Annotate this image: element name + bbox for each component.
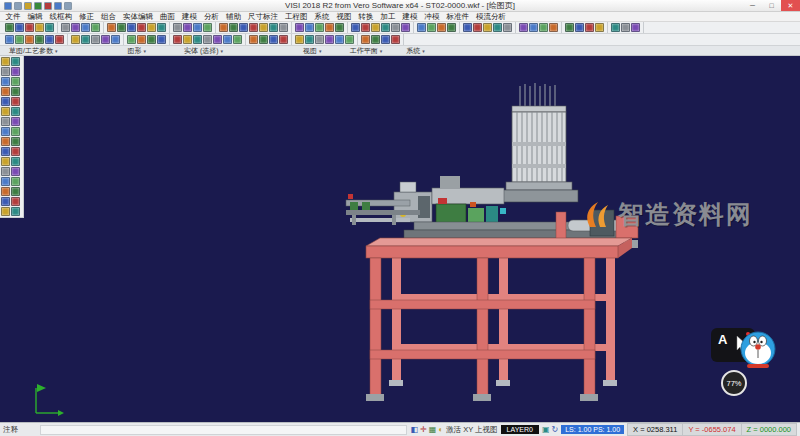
menu-item[interactable]: 冲模: [421, 12, 443, 22]
toolbar-icon[interactable]: [183, 23, 192, 32]
toolbar-icon[interactable]: [427, 23, 436, 32]
menu-item[interactable]: 建模: [179, 12, 201, 22]
units-icon[interactable]: ▣: [542, 426, 550, 434]
sidebar-tool-icon[interactable]: [11, 147, 20, 156]
menu-item[interactable]: 工程图: [282, 12, 312, 22]
toolbar-icon[interactable]: [173, 23, 182, 32]
toolbar-icon[interactable]: [107, 23, 116, 32]
toolbar-icon[interactable]: [35, 35, 44, 44]
ribbon-tab[interactable]: 图形▾: [124, 46, 149, 56]
sidebar-tool-icon[interactable]: [1, 137, 10, 146]
toolbar-icon[interactable]: [35, 23, 44, 32]
toolbar-icon[interactable]: [305, 35, 314, 44]
toolbar-icon[interactable]: [519, 23, 528, 32]
sidebar-tool-icon[interactable]: [11, 157, 20, 166]
toolbar-icon[interactable]: [315, 35, 324, 44]
toolbar-icon[interactable]: [45, 35, 54, 44]
toolbar-icon[interactable]: [585, 23, 594, 32]
toolbar-icon[interactable]: [315, 23, 324, 32]
quick-access-icon[interactable]: [34, 2, 42, 10]
quick-access-icon[interactable]: [64, 2, 72, 10]
toolbar-icon[interactable]: [5, 23, 14, 32]
toolbar-icon[interactable]: [269, 35, 278, 44]
toolbar-icon[interactable]: [325, 23, 334, 32]
refresh-icon[interactable]: ↻: [552, 426, 559, 434]
toolbar-icon[interactable]: [381, 23, 390, 32]
menu-item[interactable]: 系统: [311, 12, 333, 22]
sidebar-tool-icon[interactable]: [1, 67, 10, 76]
menu-item[interactable]: 尺寸标注: [245, 12, 282, 22]
toolbar-icon[interactable]: [361, 23, 370, 32]
toolbar-icon[interactable]: [305, 23, 314, 32]
sidebar-tool-icon[interactable]: [1, 167, 10, 176]
toolbar-icon[interactable]: [529, 23, 538, 32]
toolbar-icon[interactable]: [259, 23, 268, 32]
toolbar-icon[interactable]: [295, 35, 304, 44]
sidebar-tool-icon[interactable]: [1, 97, 10, 106]
toolbar-icon[interactable]: [595, 23, 604, 32]
toolbar-icon[interactable]: [631, 23, 640, 32]
toolbar-icon[interactable]: [173, 35, 182, 44]
quick-access-icon[interactable]: [14, 2, 22, 10]
scale-indicator[interactable]: LS: 1.00 PS: 1.00: [561, 425, 624, 434]
toolbar-icon[interactable]: [259, 35, 268, 44]
menu-item[interactable]: 转换: [355, 12, 377, 22]
toolbar-icon[interactable]: [127, 35, 136, 44]
toolbar-icon[interactable]: [269, 23, 278, 32]
toolbar-icon[interactable]: [565, 23, 574, 32]
layer-badge[interactable]: LAYER0: [501, 425, 539, 434]
toolbar-icon[interactable]: [147, 35, 156, 44]
toolbar-icon[interactable]: [15, 23, 24, 32]
toolbar-icon[interactable]: [249, 35, 258, 44]
menu-item[interactable]: 编辑: [24, 12, 46, 22]
toolbar-icon[interactable]: [183, 35, 192, 44]
3d-viewport[interactable]: 智造资料网 A 77%: [0, 56, 800, 422]
close-button[interactable]: ✕: [781, 0, 800, 11]
toolbar-icon[interactable]: [219, 23, 228, 32]
sidebar-tool-icon[interactable]: [1, 197, 10, 206]
toolbar-icon[interactable]: [157, 35, 166, 44]
quick-access-icon[interactable]: [4, 2, 12, 10]
toolbar-icon[interactable]: [81, 23, 90, 32]
layer-visibility-icon[interactable]: ◐: [438, 426, 443, 434]
menu-item[interactable]: 曲面: [157, 12, 179, 22]
toolbar-icon[interactable]: [157, 23, 166, 32]
toolbar-icon[interactable]: [345, 35, 354, 44]
toolbar-icon[interactable]: [417, 23, 426, 32]
toolbar-icon[interactable]: [447, 23, 456, 32]
sidebar-tool-icon[interactable]: [11, 97, 20, 106]
ribbon-tab[interactable]: 视图▾: [300, 46, 325, 56]
sidebar-tool-icon[interactable]: [11, 67, 20, 76]
toolbar-icon[interactable]: [71, 35, 80, 44]
toolbar-icon[interactable]: [101, 35, 110, 44]
toolbar-icon[interactable]: [223, 35, 232, 44]
toolbar-icon[interactable]: [361, 35, 370, 44]
toolbar-icon[interactable]: [483, 23, 492, 32]
toolbar-icon[interactable]: [539, 23, 548, 32]
toolbar-icon[interactable]: [391, 35, 400, 44]
toolbar-icon[interactable]: [117, 23, 126, 32]
toolbar-icon[interactable]: [391, 23, 400, 32]
toolbar-icon[interactable]: [25, 35, 34, 44]
toolbar-icon[interactable]: [91, 23, 100, 32]
toolbar-icon[interactable]: [335, 35, 344, 44]
toolbar-icon[interactable]: [463, 23, 472, 32]
toolbar-icon[interactable]: [249, 23, 258, 32]
toolbar-icon[interactable]: [137, 23, 146, 32]
sidebar-tool-icon[interactable]: [1, 177, 10, 186]
sidebar-tool-icon[interactable]: [11, 57, 20, 66]
menu-item[interactable]: 视图: [333, 12, 355, 22]
toolbar-icon[interactable]: [401, 23, 410, 32]
toolbar-icon[interactable]: [193, 23, 202, 32]
sidebar-tool-icon[interactable]: [11, 117, 20, 126]
quick-access-icon[interactable]: [24, 2, 32, 10]
toolbar-icon[interactable]: [15, 35, 24, 44]
sidebar-tool-icon[interactable]: [1, 147, 10, 156]
sidebar-tool-icon[interactable]: [11, 177, 20, 186]
toolbar-icon[interactable]: [203, 23, 212, 32]
sidebar-tool-icon[interactable]: [11, 187, 20, 196]
toolbar-icon[interactable]: [127, 23, 136, 32]
toolbar-icon[interactable]: [611, 23, 620, 32]
menu-item[interactable]: 组合: [98, 12, 120, 22]
toolbar-icon[interactable]: [229, 23, 238, 32]
